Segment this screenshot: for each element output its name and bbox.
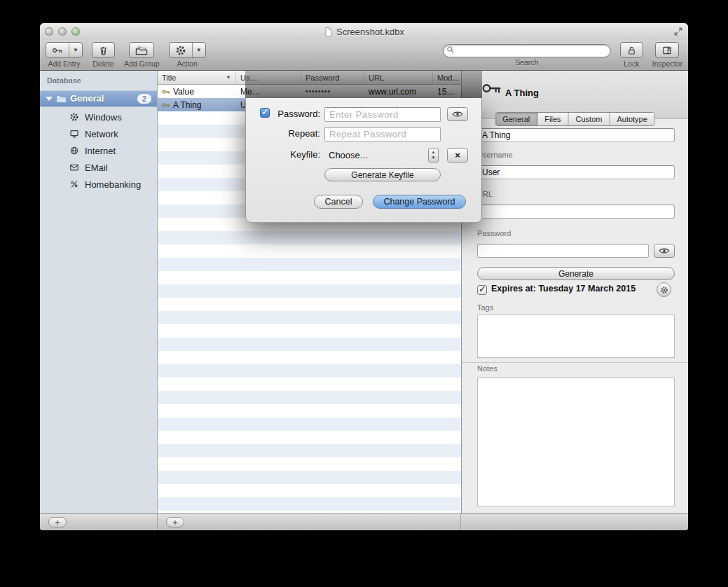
app-window: Screenshot.kdbx ▼ Add Entry <box>40 23 688 530</box>
reveal-password-button[interactable] <box>447 107 468 121</box>
sidebar-item-homebanking[interactable]: Homebanking <box>40 176 157 193</box>
stepper-down-icon: ▼ <box>432 156 436 161</box>
keyfile-stepper[interactable]: ▲▼ <box>428 148 439 163</box>
window-title-text: Screenshot.kdbx <box>336 27 404 37</box>
action-button[interactable]: ▼ <box>169 42 206 58</box>
sidebar: Database General 2 Windows Network <box>40 71 158 513</box>
tab-label: Autotype <box>617 115 647 123</box>
action-label: Action <box>177 60 198 68</box>
padlock-icon <box>621 43 643 57</box>
sidebar-item-email[interactable]: EMail <box>40 159 157 176</box>
generate-keyfile-label: Generate Keyfile <box>351 170 413 180</box>
group-count-badge: 2 <box>137 94 151 104</box>
reveal-password-button[interactable] <box>654 244 675 258</box>
expires-label: Expires at: Tuesday 17 March 2015 <box>491 284 636 294</box>
lock-toolbar-item: Lock <box>620 42 643 68</box>
delete-button[interactable] <box>92 42 115 58</box>
add-entry-dropdown[interactable]: ▼ <box>69 43 82 57</box>
notes-field[interactable] <box>477 378 675 506</box>
search-field <box>443 43 611 57</box>
chevron-down-icon: ▼ <box>73 47 78 53</box>
column-title-label: Title <box>162 74 176 82</box>
password-field[interactable] <box>477 244 649 258</box>
sidebar-item-label: Network <box>85 129 118 139</box>
dialog-password-label: Password: <box>260 109 320 119</box>
inspector-toolbar-item: Inspector <box>652 42 682 68</box>
expires-checkbox[interactable] <box>477 285 487 295</box>
add-entry-button[interactable]: ▼ <box>46 42 83 58</box>
generate-keyfile-button[interactable]: Generate Keyfile <box>324 168 441 181</box>
tab-autotype[interactable]: Autotype <box>610 113 654 125</box>
sidebar-item-label: Internet <box>85 146 116 156</box>
tags-field[interactable] <box>477 315 675 358</box>
disclosure-triangle-icon[interactable] <box>46 97 53 101</box>
plus-icon: + <box>172 518 177 527</box>
lock-button[interactable] <box>620 42 643 58</box>
add-entry-label: Add Entry <box>48 60 80 68</box>
tab-label: Custom <box>576 115 603 123</box>
add-group-toolbar-item: Add Group <box>124 42 160 68</box>
toolbar: ▼ Add Entry Delete Add Group <box>40 40 688 71</box>
panel-icon <box>656 43 678 57</box>
cancel-button[interactable]: Cancel <box>314 195 363 209</box>
expires-gear-button[interactable] <box>657 282 671 297</box>
clear-keyfile-button[interactable]: × <box>447 148 468 163</box>
homebanking-icon <box>69 179 79 189</box>
entry-title-cell: A Thing <box>158 100 236 110</box>
inspector-button[interactable] <box>655 42 679 58</box>
sidebar-item-network[interactable]: Network <box>40 125 157 142</box>
title-field[interactable] <box>477 128 675 142</box>
tab-general[interactable]: General <box>495 113 537 125</box>
username-label: Username <box>477 151 513 159</box>
action-toolbar-item: ▼ Action <box>169 42 206 68</box>
add-entry-toolbar-item: ▼ Add Entry <box>46 42 83 68</box>
search-label: Search <box>515 58 538 67</box>
eye-icon <box>659 247 670 254</box>
action-dropdown[interactable]: ▼ <box>192 43 205 57</box>
bottom-bar: + + <box>40 513 688 530</box>
add-group-bottom-button[interactable]: + <box>48 517 67 527</box>
sidebar-item-internet[interactable]: Internet <box>40 142 157 159</box>
key-icon <box>162 88 170 96</box>
search-input[interactable] <box>443 44 611 57</box>
cancel-label: Cancel <box>325 197 352 207</box>
bottom-bar-separator <box>157 514 158 530</box>
eye-icon <box>452 111 463 118</box>
email-icon <box>69 163 79 172</box>
delete-label: Delete <box>92 60 114 68</box>
folder-add-icon <box>130 43 153 57</box>
lock-label: Lock <box>624 60 639 68</box>
tab-files[interactable]: Files <box>537 113 568 125</box>
key-icon <box>46 43 69 57</box>
generate-password-button[interactable]: Generate <box>477 267 675 280</box>
fullscreen-icon[interactable] <box>673 27 683 36</box>
change-password-sheet: Password: Repeat: Keyfile: Choose... ▲▼ … <box>245 98 482 223</box>
repeat-password-input[interactable] <box>324 127 441 141</box>
sidebar-section-header: Database <box>47 76 81 85</box>
new-password-input[interactable] <box>324 107 441 122</box>
username-field[interactable] <box>477 165 675 179</box>
tab-custom[interactable]: Custom <box>569 113 610 125</box>
key-icon <box>481 78 502 99</box>
document-icon <box>324 27 333 37</box>
url-field[interactable] <box>477 205 675 219</box>
change-password-button[interactable]: Change Password <box>373 195 466 209</box>
add-entry-bottom-button[interactable]: + <box>166 517 184 527</box>
inspector-label: Inspector <box>652 60 682 68</box>
titlebar[interactable]: Screenshot.kdbx <box>40 23 688 40</box>
sidebar-group-general[interactable]: General 2 <box>40 90 157 106</box>
sort-indicator-icon: ▼ <box>226 74 231 81</box>
gear-icon <box>660 286 668 294</box>
keyfile-popup[interactable]: Choose... <box>329 150 368 160</box>
sidebar-item-windows[interactable]: Windows <box>40 109 157 125</box>
sidebar-group-label: General <box>70 93 137 104</box>
add-group-button[interactable] <box>129 42 154 58</box>
sidebar-item-label: Windows <box>85 112 122 123</box>
inspector-entry-title: A Thing <box>505 88 539 98</box>
magnifier-icon <box>446 46 455 54</box>
column-header-title[interactable]: Title ▼ <box>158 71 236 84</box>
dialog-keyfile-label: Keyfile: <box>260 149 320 160</box>
tags-label: Tags <box>477 303 493 312</box>
trash-icon <box>92 43 114 57</box>
sidebar-item-label: Homebanking <box>85 179 141 190</box>
